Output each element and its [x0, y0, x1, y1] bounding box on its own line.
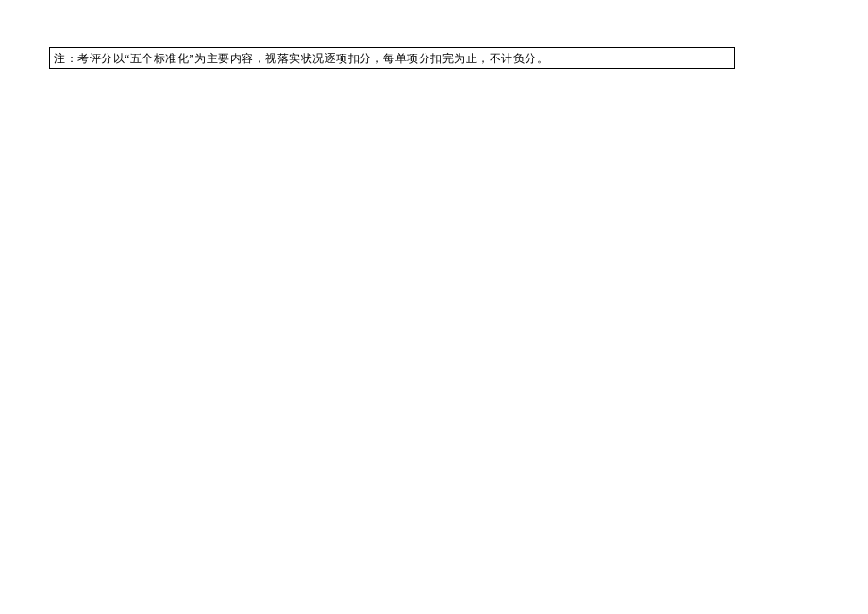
note-text: 注：考评分以“五个标准化”为主要内容，视落实状况逐项扣分，每单项分扣完为止，不计… — [54, 52, 548, 65]
note-box: 注：考评分以“五个标准化”为主要内容，视落实状况逐项扣分，每单项分扣完为止，不计… — [49, 47, 735, 69]
document-page: 注：考评分以“五个标准化”为主要内容，视落实状况逐项扣分，每单项分扣完为止，不计… — [0, 0, 868, 614]
